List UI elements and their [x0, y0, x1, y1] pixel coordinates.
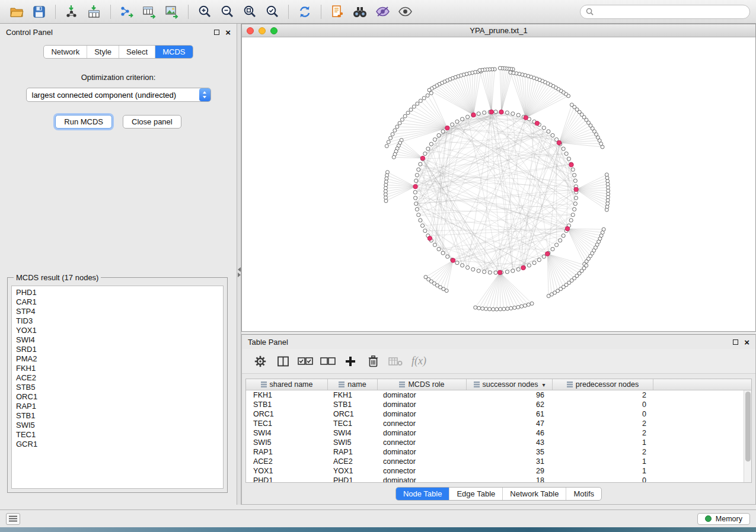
- export-table-button[interactable]: [139, 3, 160, 21]
- mcds-result-item[interactable]: STB1: [16, 411, 219, 421]
- show-columns-button[interactable]: [273, 352, 293, 371]
- table-tab-edge-table[interactable]: Edge Table: [449, 488, 502, 500]
- eye-slash-icon: [375, 6, 390, 17]
- unselect-all-icon: [320, 357, 336, 366]
- network-snapshot-button[interactable]: [327, 3, 348, 21]
- table-cell: SWI4: [246, 429, 328, 437]
- table-tab-network-table[interactable]: Network Table: [502, 488, 566, 500]
- import-table-button[interactable]: [84, 3, 105, 21]
- document-share-icon: [330, 5, 344, 19]
- mcds-result-item[interactable]: STP4: [16, 307, 219, 316]
- mcds-result-item[interactable]: PMA2: [16, 354, 219, 364]
- function-builder-button[interactable]: f(x): [408, 355, 426, 367]
- mcds-result-item[interactable]: YOX1: [16, 326, 219, 335]
- zoom-selected-button[interactable]: [261, 3, 283, 21]
- close-panel-icon[interactable]: ×: [225, 28, 231, 37]
- mcds-result-item[interactable]: GCR1: [16, 440, 219, 449]
- network-window-titlebar[interactable]: YPA_prune.txt_1: [242, 24, 755, 37]
- mcds-result-item[interactable]: SWI5: [16, 421, 219, 430]
- table-row[interactable]: STB1STB1dominator620: [246, 400, 744, 409]
- column-header-successor-nodes[interactable]: successor nodes▾: [467, 379, 553, 390]
- mcds-result-item[interactable]: PHD1: [16, 288, 219, 297]
- panel-splitter[interactable]: [237, 24, 241, 505]
- table-row[interactable]: SWI4SWI4dominator462: [246, 428, 744, 438]
- network-canvas[interactable]: [242, 37, 755, 331]
- mcds-result-item[interactable]: SWI4: [16, 335, 219, 345]
- mcds-result-item[interactable]: CAR1: [16, 297, 219, 307]
- table-row[interactable]: SWI5SWI5connector431: [246, 438, 744, 447]
- mcds-result-item[interactable]: SRD1: [16, 345, 219, 354]
- table-cell: 29: [467, 467, 553, 475]
- save-session-button[interactable]: [28, 3, 50, 21]
- table-panel: Table Panel ×: [241, 334, 756, 505]
- show-graphics-button[interactable]: [394, 3, 416, 21]
- status-menu-button[interactable]: [6, 513, 20, 525]
- column-header-shared-name[interactable]: shared name: [246, 379, 328, 390]
- tab-mcds[interactable]: MCDS: [155, 46, 192, 58]
- export-network-icon: [120, 5, 134, 19]
- table-row[interactable]: YOX1YOX1connector291: [246, 466, 744, 476]
- sort-icon: [474, 382, 480, 387]
- close-table-panel-icon[interactable]: ×: [744, 338, 749, 347]
- zoom-fit-button[interactable]: [239, 3, 260, 21]
- table-cell: YOX1: [246, 467, 328, 475]
- zoom-in-button[interactable]: [194, 3, 215, 21]
- table-row[interactable]: ORC1ORC1dominator610: [246, 409, 744, 419]
- mcds-result-item[interactable]: ORC1: [16, 392, 219, 402]
- export-network-button[interactable]: [116, 3, 138, 21]
- export-image-button[interactable]: [161, 3, 183, 21]
- mcds-result-item[interactable]: FKH1: [16, 364, 219, 373]
- mcds-result-item[interactable]: ACE2: [16, 373, 219, 383]
- add-column-button[interactable]: [340, 352, 361, 371]
- search-input[interactable]: [580, 5, 750, 19]
- search-field[interactable]: [597, 8, 744, 16]
- tab-network[interactable]: Network: [44, 46, 87, 58]
- run-mcds-button[interactable]: Run MCDS: [55, 115, 112, 129]
- splitter-arrows-icon[interactable]: [237, 267, 241, 278]
- table-row[interactable]: FKH1FKH1dominator962: [246, 390, 744, 400]
- toolbar-separator: [321, 5, 321, 19]
- mcds-result-item[interactable]: TEC1: [16, 430, 219, 440]
- close-panel-button[interactable]: Close panel: [123, 115, 181, 129]
- tab-style[interactable]: Style: [87, 46, 119, 58]
- table-settings-button[interactable]: [250, 352, 270, 371]
- table-row[interactable]: RAP1RAP1dominator352: [246, 447, 744, 457]
- hide-graphics-button[interactable]: [372, 3, 393, 21]
- network-graph[interactable]: [242, 37, 755, 331]
- toolbar-separator: [110, 5, 111, 19]
- mcds-result-item[interactable]: STB5: [16, 383, 219, 392]
- table-cell: ACE2: [246, 457, 328, 466]
- import-network-button[interactable]: [61, 3, 82, 21]
- table-tab-motifs[interactable]: Motifs: [566, 488, 601, 500]
- delete-column-button[interactable]: [363, 352, 383, 371]
- refresh-button[interactable]: [294, 3, 315, 21]
- table-row[interactable]: TEC1TEC1connector472: [246, 419, 744, 428]
- open-file-button[interactable]: [6, 3, 27, 21]
- mcds-result-list[interactable]: PHD1CAR1STP4TID3YOX1SWI4SRD1PMA2FKH1ACE2…: [11, 286, 224, 489]
- list-icon: [9, 515, 17, 522]
- find-button[interactable]: [349, 3, 371, 21]
- optimization-criterion-dropdown[interactable]: largest connected component (undirected): [26, 88, 211, 102]
- tab-select[interactable]: Select: [119, 46, 155, 58]
- scrollbar-thumb[interactable]: [745, 392, 751, 462]
- mcds-result-item[interactable]: TID3: [16, 316, 219, 326]
- table-row[interactable]: PHD1PHD1dominator180: [246, 476, 744, 482]
- unselect-all-columns-button[interactable]: [318, 352, 338, 371]
- mcds-result-item[interactable]: RAP1: [16, 402, 219, 411]
- table-row[interactable]: ACE2ACE2connector311: [246, 457, 744, 466]
- column-header-name[interactable]: name: [328, 379, 378, 390]
- table-cell: 2: [553, 429, 653, 437]
- select-all-columns-button[interactable]: [295, 352, 315, 371]
- table-tab-node-table[interactable]: Node Table: [396, 488, 449, 500]
- table-scrollbar[interactable]: [744, 390, 751, 482]
- memory-button[interactable]: Memory: [697, 513, 750, 525]
- import-network-icon: [65, 5, 79, 19]
- float-panel-icon[interactable]: [214, 30, 219, 35]
- table-cell: dominator: [378, 476, 467, 482]
- column-header-predecessor-nodes[interactable]: predecessor nodes: [553, 379, 653, 390]
- zoom-out-button[interactable]: [216, 3, 238, 21]
- network-window-title: YPA_prune.txt_1: [242, 26, 755, 35]
- column-header-MCDS-role[interactable]: MCDS role: [378, 379, 467, 390]
- float-table-panel-icon[interactable]: [733, 339, 738, 345]
- delete-table-button[interactable]: [385, 352, 406, 371]
